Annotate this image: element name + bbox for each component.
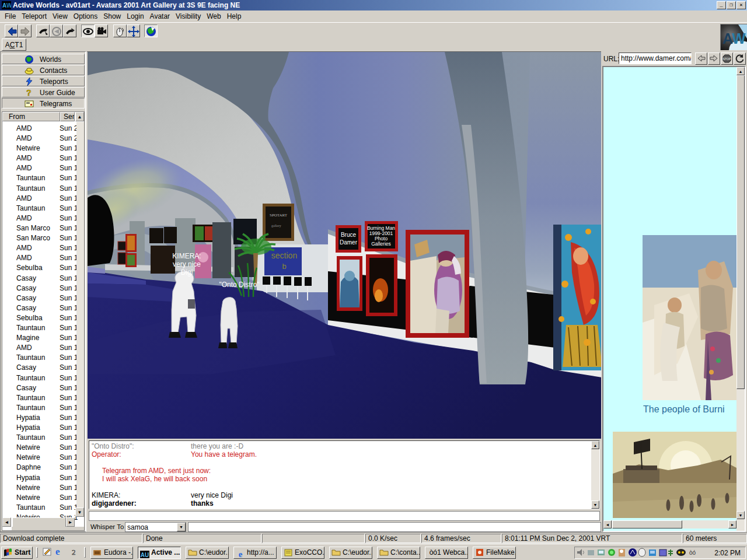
svg-text:Galleries: Galleries xyxy=(371,241,391,247)
svg-text:STOP: STOP xyxy=(723,57,731,61)
svg-text:gallery: gallery xyxy=(271,224,281,228)
svg-text:SPOTART: SPOTART xyxy=(270,213,288,218)
svg-text:section: section xyxy=(271,251,297,260)
svg-text:Bruce: Bruce xyxy=(341,232,357,238)
svg-text:òó: òó xyxy=(689,550,696,556)
svg-text:Damer: Damer xyxy=(340,239,358,246)
svg-text:?: ? xyxy=(26,88,32,97)
svg-text:b: b xyxy=(282,262,286,271)
svg-text:W: W xyxy=(6,2,11,9)
svg-text:W: W xyxy=(732,30,746,47)
svg-text:2: 2 xyxy=(72,548,76,556)
